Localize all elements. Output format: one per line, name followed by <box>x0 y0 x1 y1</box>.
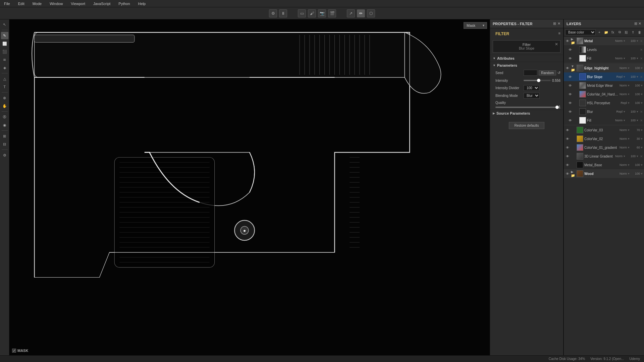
menu-python[interactable]: Python <box>117 1 131 6</box>
layer-vis-3d-gradient[interactable]: 👁 <box>565 154 570 159</box>
layers-import-btn[interactable]: ⇑ <box>630 29 636 35</box>
layers-close-icon[interactable]: ✕ <box>638 21 641 26</box>
layer-vis-fill1[interactable]: 👁 <box>568 56 573 61</box>
blending-mode-select[interactable]: Blur <box>524 93 540 99</box>
menu-viewport[interactable]: Viewport <box>69 1 87 6</box>
menu-javascript[interactable]: JavaScript <box>92 1 112 6</box>
tool-material[interactable]: ◉ <box>1 121 8 129</box>
toolbar-settings-btn[interactable]: ⚙ <box>269 9 277 17</box>
filter-options-icon[interactable]: ≡ <box>558 31 560 35</box>
layer-vis-wood[interactable]: 👁 <box>565 171 570 176</box>
layer-vis-fill2[interactable]: 👁 <box>568 118 573 123</box>
tool-3d[interactable]: ⊟ <box>1 140 8 148</box>
tool-color-pick[interactable]: ⦿ <box>1 113 8 121</box>
toolbar-camera-btn[interactable]: 📷 <box>318 9 326 17</box>
layers-folder-btn[interactable]: 📁 <box>603 29 609 35</box>
layer-delete-blur-slope[interactable]: ✕ <box>640 75 643 79</box>
seed-random-btn[interactable]: Random <box>539 70 556 75</box>
blend-mode-select[interactable]: Base color Norm Repl <box>565 29 596 35</box>
layer-item-metal-base[interactable]: 👁 Metal_Base Norm ▾ 100 ▾ <box>564 161 644 169</box>
toolbar-video-btn[interactable]: 🎬 <box>328 9 336 17</box>
layer-vis-edge-highlight[interactable]: 👁 <box>565 66 570 70</box>
toolbar-export-btn[interactable]: ⬡ <box>367 9 375 17</box>
layer-delete-metal[interactable]: ✕ <box>640 39 643 43</box>
layer-folder-wood[interactable]: ▶📁 <box>571 171 576 176</box>
layer-vis-metal-edge-wear[interactable]: 👁 <box>568 83 573 88</box>
layer-item-wood[interactable]: 👁 ▶📁 Wood Norm ▾ 100 ▾ <box>564 169 644 178</box>
layer-vis-hsl[interactable]: 👁 <box>568 101 573 105</box>
properties-close-icon[interactable]: ✕ <box>557 21 560 26</box>
layer-delete-3d-gradient[interactable]: ✕ <box>640 155 643 158</box>
layers-delete-btn[interactable]: 🗑 <box>637 29 643 35</box>
menu-help[interactable]: Help <box>137 1 147 6</box>
layer-vis-blur[interactable]: 👁 <box>568 109 573 114</box>
properties-settings-icon[interactable]: ⊞ <box>553 21 556 26</box>
layers-copy-btn[interactable]: ⧉ <box>616 29 623 35</box>
layer-item-fill2[interactable]: 👁 Fill Norm ▾ 100 ▾ ✕ <box>564 116 644 125</box>
intensity-divider-select[interactable]: 100 <box>524 85 539 91</box>
layer-vis-blur-slope[interactable]: 👁 <box>568 74 573 79</box>
menu-window[interactable]: Window <box>48 1 64 6</box>
tool-layers[interactable]: ⊞ <box>1 132 8 140</box>
layers-effects-btn[interactable]: fx <box>610 29 616 35</box>
layer-item-colorvar02[interactable]: 👁 ColorVar_02 Norm ▾ 30 ▾ <box>564 134 644 143</box>
layer-item-metal[interactable]: 👁 ▶📁 Metal Norm ▾ 100 ▾ ✕ <box>564 37 644 45</box>
layer-vis-colorvar03[interactable]: 👁 <box>565 128 570 132</box>
layers-add-btn[interactable]: + <box>596 29 602 35</box>
tool-text[interactable]: T <box>1 83 8 90</box>
tool-geometry[interactable]: △ <box>1 75 8 82</box>
layer-vis-colorvar01[interactable]: 👁 <box>565 145 570 150</box>
layer-item-levels[interactable]: 👁 Levels ✕ <box>564 45 644 54</box>
layer-item-hsl-perceptive[interactable]: 👁 HSL Perceptive Repl ▾ 100 ▾ <box>564 99 644 107</box>
menu-edit[interactable]: Edit <box>17 1 26 6</box>
toolbar-paint-btn[interactable]: 🖌 <box>308 9 316 17</box>
layer-vis-colorvar04[interactable]: 👁 <box>568 92 573 97</box>
tool-erase[interactable]: ⬜ <box>1 40 8 47</box>
seed-refresh-icon[interactable]: ↺ <box>557 71 560 75</box>
layer-item-colorvar01[interactable]: 👁 ColorVar_01_gradient Norm ▾ 60 ▾ <box>564 143 644 152</box>
mask-checkbox[interactable]: ✓ <box>12 349 16 353</box>
layers-expand-icon[interactable]: ⊞ <box>634 21 637 26</box>
layer-item-3d-linear-gradient[interactable]: 👁 3D Linear Gradient Norm ▾ 100 ▾ ✕ <box>564 152 644 161</box>
layer-vis-colorvar02[interactable]: 👁 <box>565 136 570 141</box>
layer-delete-fill1[interactable]: ✕ <box>640 57 643 60</box>
source-parameters-section[interactable]: ▶ Source Parameters <box>490 110 563 117</box>
tool-select[interactable]: ↖ <box>1 21 8 28</box>
layer-item-colorvar03[interactable]: 👁 ColorVar_03 Norm ▾ 70 ▾ <box>564 126 644 134</box>
layer-item-edge-highlight[interactable]: 👁 ▼📁 Edge_highlight Norm ▾ 100 ▾ <box>564 64 644 72</box>
tool-clone[interactable]: ◈ <box>1 64 8 71</box>
layer-item-blur[interactable]: 👁 Blur Repl ▾ 100 ▾ ✕ <box>564 107 644 116</box>
tool-paint[interactable]: ✎ <box>1 32 8 39</box>
tool-smudge[interactable]: ≋ <box>1 56 8 63</box>
menu-mode[interactable]: Mode <box>31 1 43 6</box>
tool-fill[interactable]: ⬛ <box>1 48 8 55</box>
toolbar-arrow-btn[interactable]: ↗ <box>347 9 355 17</box>
layer-delete-levels[interactable]: ✕ <box>640 48 643 52</box>
mask-dropdown[interactable]: Mask Color Normal <box>464 22 487 29</box>
tool-settings2[interactable]: ⚙ <box>1 152 8 159</box>
tool-pan[interactable]: ✋ <box>1 102 8 110</box>
layer-delete-blur[interactable]: ✕ <box>640 110 643 114</box>
layers-chain-btn[interactable]: ⛓ <box>623 29 629 35</box>
parameters-section[interactable]: ▼ Parameters <box>490 62 563 69</box>
intensity-slider[interactable] <box>524 80 551 81</box>
attributes-section[interactable]: ▼ Attributes <box>490 55 563 62</box>
tool-zoom[interactable]: ⊕ <box>1 94 8 102</box>
layer-delete-fill2[interactable]: ✕ <box>640 119 643 122</box>
layer-item-metal-edge-wear[interactable]: 👁 Metal Edge Wear Norm ▾ 100 ▾ <box>564 81 644 90</box>
layer-folder-metal[interactable]: ▶📁 <box>571 39 576 43</box>
layer-item-fill1[interactable]: 👁 Fill Norm ▾ 100 ▾ ✕ <box>564 54 644 63</box>
filter-close-icon[interactable]: ✕ <box>555 42 558 47</box>
toolbar-brush-btn[interactable]: ✏ <box>357 9 365 17</box>
quality-slider[interactable] <box>495 107 557 108</box>
layer-vis-metal[interactable]: 👁 <box>565 39 570 43</box>
layer-folder-edge-highlight[interactable]: ▼📁 <box>571 66 576 70</box>
toolbar-rectangle-btn[interactable]: ▭ <box>298 9 306 17</box>
seed-value-field[interactable] <box>524 70 537 76</box>
menu-file[interactable]: File <box>3 1 11 6</box>
layer-vis-levels[interactable]: 👁 <box>568 47 573 52</box>
toolbar-pause-btn[interactable]: ⏸ <box>279 9 287 17</box>
layer-item-colorvar04[interactable]: 👁 ColorVar_04_Harden_Eff... Norm ▾ 100 ▾ <box>564 90 644 99</box>
layer-vis-metal-base[interactable]: 👁 <box>565 163 570 167</box>
layer-item-blur-slope[interactable]: 👁 Blur Slope Repl ▾ 100 ▾ ✕ <box>564 72 644 81</box>
